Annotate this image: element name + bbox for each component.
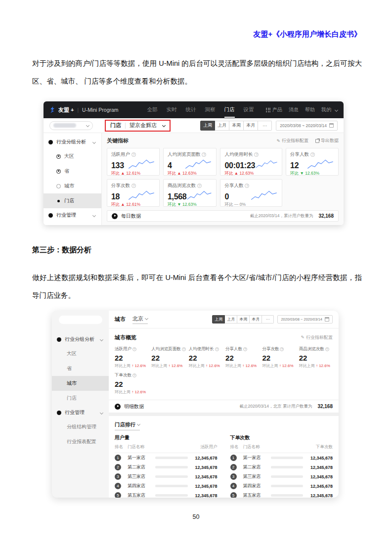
period-last-month[interactable]: 上月: [225, 315, 237, 324]
sidebar-group-management[interactable]: 行业管理: [52, 406, 109, 419]
nav-tab-store[interactable]: 门店: [224, 102, 235, 118]
sidebar-item-region[interactable]: 大区: [44, 149, 101, 164]
sidebar-item-city[interactable]: 城市: [44, 179, 101, 193]
metric-grid-row1: 活跃用户 22 环比上周 ↑ 12.6% 人均浏览页面数 22 环比上周 ↑ 1…: [115, 345, 333, 370]
period-last-week[interactable]: 上周: [200, 121, 215, 131]
table-row[interactable]: 3 第三家店 12,345,678: [115, 472, 218, 481]
sparkline-chart: [250, 189, 278, 201]
detail-data-bar[interactable]: 明细数据 截止2020/03/14，北京 累计用户数量为 32,168: [109, 400, 339, 413]
nav-tab-all[interactable]: 全部: [147, 102, 158, 118]
cumulative-total: 32,168: [317, 404, 333, 409]
metric-pages-per-user[interactable]: 人均浏览页面数 22 环比上周 ↑ 12.6%: [151, 345, 186, 370]
filter-toolbar: 门店 望京金辉店 上周 上月 本周 本月 ··· 2020/03/08 ~ 20…: [44, 118, 344, 133]
period-this-week[interactable]: 本周: [237, 315, 250, 324]
main-nav: 全部 实时 统计 洞察 门店 设置: [147, 102, 254, 118]
table-row[interactable]: 4 第四家店 12,345,678: [230, 481, 333, 491]
period-more[interactable]: ···: [262, 315, 274, 324]
metric-share-users[interactable]: 分享人数 22 环比上周 ↑ 12.6%: [225, 345, 259, 370]
metric-avg-duration[interactable]: 人均使用时长 22 环比上周 ↑ 12.6%: [189, 345, 222, 370]
sidebar-item-store[interactable]: 门店: [44, 193, 101, 208]
kpi-card-active-users[interactable]: 活跃用户 133 环比 ▲ 12.61%: [107, 148, 160, 176]
period-this-week[interactable]: 本周: [229, 121, 244, 131]
indicator-config-link[interactable]: ✎行业指标配置: [301, 334, 333, 341]
store-scope-selector[interactable]: 门店 望京金辉店: [105, 120, 171, 132]
bar-track: [271, 485, 304, 487]
table-row[interactable]: 1 第一家店 12,345,678: [115, 453, 218, 462]
table-header: 排名 门店名称 活跃用户: [115, 444, 218, 453]
table-row[interactable]: 5 第五家店 12,345,678: [115, 491, 218, 498]
app-select[interactable]: [49, 121, 93, 130]
rank-badge: 2: [230, 464, 237, 470]
date-range-value: 2020/03/08 ~ 2020/03/14: [281, 317, 322, 322]
step-heading: 第三步：数据分析: [32, 245, 91, 255]
sidebar-group-analysis[interactable]: 行业分组分析: [44, 135, 101, 149]
indicator-config-link[interactable]: ✎行业指标配置: [276, 138, 308, 144]
city-scope-selector[interactable]: 北京: [132, 315, 148, 324]
period-this-month[interactable]: 本月: [244, 121, 258, 131]
kpi-card-pages-per-user[interactable]: 人均浏览页面数 4 环比 ▲ 12.63%: [163, 148, 217, 176]
sidebar-item-group-structure[interactable]: 分组结构管理: [52, 419, 109, 434]
bar-track: [271, 466, 304, 468]
info-icon: [202, 152, 206, 157]
nav-tab-insight[interactable]: 洞察: [205, 102, 216, 118]
dashboard-topbar: 友盟 + | U-Mini Program 全部 实时 统计 洞察 门店 设置 …: [44, 101, 344, 118]
sidebar-item-region[interactable]: 大区: [52, 346, 109, 361]
nav-tab-settings[interactable]: 设置: [244, 102, 254, 118]
kpi-card-share-count[interactable]: 分享次数 18 环比 ▲ 12.61%: [107, 179, 160, 207]
metric-product-views[interactable]: 商品浏览次数 22 环比上周 ↑ 12.6%: [299, 345, 333, 370]
ranking-selector[interactable]: 门店排行: [115, 421, 140, 430]
period-last-month[interactable]: 上月: [215, 121, 229, 131]
redacted-app-name: [53, 123, 76, 128]
export-data-link[interactable]: 导出数据: [315, 138, 339, 144]
metric-active-users[interactable]: 活跃用户 22 环比上周 ↑ 12.6%: [115, 345, 148, 370]
table-row[interactable]: 1 第一家店 12,345,678: [230, 453, 333, 462]
brand-logo[interactable]: 友盟 + | U-Mini Program: [49, 106, 119, 114]
table-row[interactable]: 2 第二家店 12,345,678: [115, 462, 218, 472]
daily-data-bar[interactable]: 每日数据 截止2020/03/14，累计用户数量为 32,168: [107, 210, 339, 222]
divider: [125, 123, 126, 129]
kpi-card-avg-duration[interactable]: 人均使用时长 00:01:23 环比 ▲ 12.63%: [220, 148, 282, 176]
kpi-card-product-views[interactable]: 商品浏览次数 1,568 环比 ▼ 12.63%: [163, 179, 217, 207]
table-row[interactable]: 2 第二家店 12,345,678: [230, 462, 333, 472]
period-this-month[interactable]: 本月: [250, 315, 262, 324]
sidebar-item-province[interactable]: 省: [52, 361, 109, 376]
edit-icon: ✎: [276, 139, 280, 143]
product-name: U-Mini Program: [82, 107, 119, 113]
nav-account[interactable]: 我的: [321, 106, 338, 113]
sidebar-item-group-structure[interactable]: 分组结构管理: [44, 222, 101, 225]
info-icon: [131, 152, 136, 157]
sidebar-item-city[interactable]: 城市: [52, 376, 109, 391]
table-row[interactable]: 3 第三家店 12,345,678: [230, 472, 333, 481]
period-more[interactable]: ···: [258, 121, 272, 131]
kpi-value: 12: [290, 161, 299, 170]
nav-messages[interactable]: 消息: [289, 106, 299, 113]
table-row[interactable]: 4 第四家店 12,345,678: [115, 481, 218, 491]
nav-help[interactable]: 帮助: [305, 106, 315, 113]
period-last-week[interactable]: 上周: [212, 315, 225, 324]
nav-tab-stats[interactable]: 统计: [186, 102, 196, 118]
metric-order-count[interactable]: 下单次数 22 环比上周 ↑ 12.6%: [115, 371, 149, 396]
nav-products[interactable]: 产品: [266, 106, 282, 113]
sidebar-item-province[interactable]: 省: [44, 164, 101, 179]
kpi-compare: 环比 ▲ 12.63%: [224, 171, 278, 177]
rank-badge: 5: [230, 492, 237, 498]
sidebar-item-store[interactable]: 门店: [52, 391, 109, 406]
kpi-card-share-users[interactable]: 分享人数 12 环比 ▼ 12.63%: [286, 148, 339, 176]
metric-share-count[interactable]: 分享次数 22 环比上周 ↑ 12.6%: [262, 345, 296, 370]
period-buttons: 上周 上月 本周 本月 ···: [212, 315, 274, 324]
kpi-card-share-users-2[interactable]: 分享人数 0 环比 — 0%: [220, 179, 282, 207]
main-content: 关键指标 ✎行业指标配置 导出数据 活跃用户 133 环比 ▲ 12.61% 人: [102, 133, 344, 225]
info-icon: [325, 347, 329, 351]
sidebar-group-management[interactable]: 行业管理: [44, 208, 101, 222]
sidebar-item-report-config[interactable]: 行业报表配置: [52, 434, 109, 449]
date-range-picker[interactable]: 2020/03/08 ~ 2020/03/14: [277, 315, 333, 324]
topbar-right-nav: 产品 消息 帮助 我的: [266, 106, 338, 113]
table-row[interactable]: 5 第五家店 12,345,678: [230, 491, 333, 498]
radio-icon: [56, 169, 61, 174]
sidebar-group-analysis[interactable]: 行业分组分析: [52, 332, 109, 346]
bar-track: [271, 457, 304, 459]
chevron-down-icon: [100, 411, 103, 414]
app-select[interactable]: [59, 316, 102, 324]
nav-tab-realtime[interactable]: 实时: [167, 102, 177, 118]
date-range-picker[interactable]: 2020/03/08 ~ 2020/03/14: [276, 121, 338, 131]
